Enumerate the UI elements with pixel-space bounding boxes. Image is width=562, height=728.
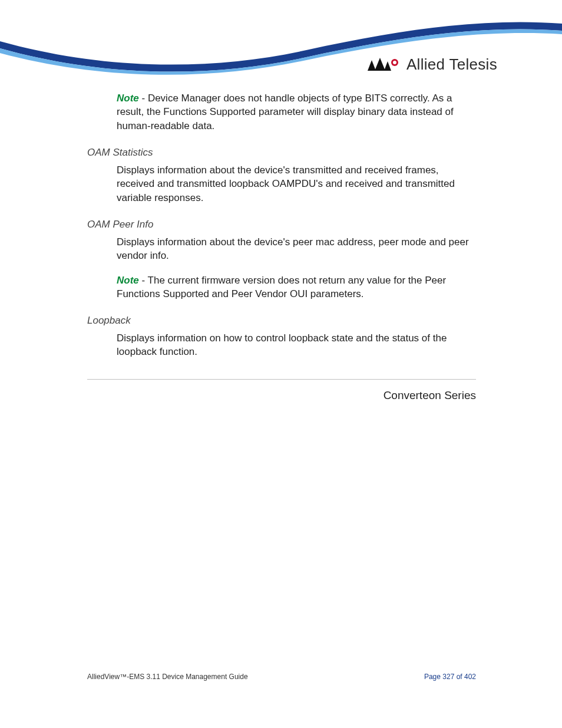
brand-logo-mark	[368, 57, 401, 73]
section-loopback-label: Loopback	[87, 314, 476, 327]
section-title: Converteon Series	[87, 388, 476, 403]
section-oam-statistics-text: Displays information about the device's …	[87, 163, 476, 205]
section-divider	[87, 379, 476, 380]
note-1-label: Note	[117, 93, 139, 104]
section-loopback-text: Displays information on how to control l…	[87, 331, 476, 359]
section-oam-peer-info-text: Displays information about the device's …	[87, 235, 476, 263]
note-1: Note - Device Manager does not handle ob…	[87, 91, 476, 133]
svg-marker-0	[368, 60, 376, 71]
footer-page-number: Page 327 of 402	[424, 673, 476, 681]
section-oam-peer-info-label: OAM Peer Info	[87, 218, 476, 231]
note-1-text: - Device Manager does not handle objects…	[117, 93, 454, 131]
brand-logo: Allied Telesis	[368, 55, 497, 74]
footer-doc-title: AlliedView™-EMS 3.11 Device Management G…	[87, 673, 248, 681]
page-content: Note - Device Manager does not handle ob…	[87, 91, 476, 403]
svg-point-4	[393, 61, 396, 64]
note-2-label: Note	[117, 275, 139, 286]
note-2: Note - The current firmware version does…	[87, 274, 476, 301]
page-footer: AlliedView™-EMS 3.11 Device Management G…	[87, 673, 476, 681]
note-2-text: - The current firmware version does not …	[117, 275, 446, 299]
svg-marker-1	[375, 58, 385, 71]
section-oam-statistics-label: OAM Statistics	[87, 146, 476, 159]
brand-name: Allied Telesis	[406, 55, 497, 74]
svg-marker-2	[384, 61, 391, 71]
